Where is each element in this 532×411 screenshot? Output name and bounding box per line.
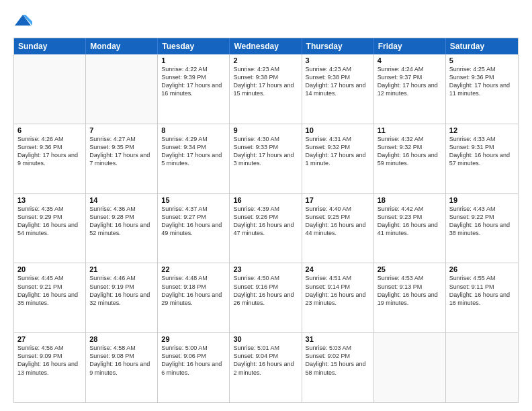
day-cell-1: 1Sunrise: 4:22 AM Sunset: 9:39 PM Daylig… (158, 54, 230, 124)
day-info: Sunrise: 4:43 AM Sunset: 9:22 PM Dayligh… (449, 205, 515, 238)
calendar-week-1: 1Sunrise: 4:22 AM Sunset: 9:39 PM Daylig… (14, 54, 518, 124)
day-cell-9: 9Sunrise: 4:30 AM Sunset: 9:33 PM Daylig… (230, 124, 302, 193)
day-number: 28 (89, 335, 154, 343)
day-number: 1 (161, 56, 226, 64)
day-number: 12 (449, 126, 515, 134)
day-info: Sunrise: 4:58 AM Sunset: 9:08 PM Dayligh… (89, 344, 154, 377)
day-number: 20 (17, 265, 82, 273)
day-cell-31: 31Sunrise: 5:03 AM Sunset: 9:02 PM Dayli… (302, 333, 374, 402)
day-info: Sunrise: 4:53 AM Sunset: 9:13 PM Dayligh… (378, 274, 442, 307)
day-number: 31 (306, 335, 370, 343)
day-number: 16 (233, 196, 298, 204)
day-number: 29 (161, 335, 226, 343)
day-cell-27: 27Sunrise: 4:56 AM Sunset: 9:09 PM Dayli… (14, 333, 86, 402)
empty-cell (446, 333, 518, 402)
day-number: 7 (89, 126, 154, 134)
day-cell-22: 22Sunrise: 4:48 AM Sunset: 9:18 PM Dayli… (158, 263, 230, 332)
header-day-thursday: Thursday (302, 38, 374, 54)
day-number: 25 (378, 265, 442, 273)
day-cell-28: 28Sunrise: 4:58 AM Sunset: 9:08 PM Dayli… (86, 333, 158, 402)
day-number: 23 (233, 265, 298, 273)
day-number: 13 (17, 196, 82, 204)
day-info: Sunrise: 4:26 AM Sunset: 9:36 PM Dayligh… (17, 135, 82, 168)
day-info: Sunrise: 4:27 AM Sunset: 9:35 PM Dayligh… (89, 135, 154, 168)
day-cell-16: 16Sunrise: 4:39 AM Sunset: 9:26 PM Dayli… (230, 194, 302, 263)
day-cell-3: 3Sunrise: 4:23 AM Sunset: 9:38 PM Daylig… (302, 54, 374, 124)
day-cell-20: 20Sunrise: 4:45 AM Sunset: 9:21 PM Dayli… (14, 263, 86, 332)
day-cell-17: 17Sunrise: 4:40 AM Sunset: 9:25 PM Dayli… (302, 194, 374, 263)
day-info: Sunrise: 4:29 AM Sunset: 9:34 PM Dayligh… (161, 135, 226, 168)
day-cell-11: 11Sunrise: 4:32 AM Sunset: 9:32 PM Dayli… (374, 124, 446, 193)
day-info: Sunrise: 4:32 AM Sunset: 9:32 PM Dayligh… (378, 135, 442, 168)
day-number: 5 (449, 56, 515, 64)
header-day-wednesday: Wednesday (230, 38, 302, 54)
day-number: 15 (161, 196, 226, 204)
day-cell-8: 8Sunrise: 4:29 AM Sunset: 9:34 PM Daylig… (158, 124, 230, 193)
calendar: SundayMondayTuesdayWednesdayThursdayFrid… (13, 38, 519, 403)
day-info: Sunrise: 4:50 AM Sunset: 9:16 PM Dayligh… (233, 274, 298, 307)
empty-cell (86, 54, 158, 124)
day-cell-13: 13Sunrise: 4:35 AM Sunset: 9:29 PM Dayli… (14, 194, 86, 263)
day-number: 6 (17, 126, 82, 134)
day-info: Sunrise: 5:03 AM Sunset: 9:02 PM Dayligh… (306, 344, 370, 377)
day-number: 10 (306, 126, 370, 134)
day-number: 18 (378, 196, 442, 204)
day-cell-21: 21Sunrise: 4:46 AM Sunset: 9:19 PM Dayli… (86, 263, 158, 332)
header-day-sunday: Sunday (14, 38, 86, 54)
day-cell-15: 15Sunrise: 4:37 AM Sunset: 9:27 PM Dayli… (158, 194, 230, 263)
header-day-friday: Friday (374, 38, 446, 54)
day-info: Sunrise: 4:35 AM Sunset: 9:29 PM Dayligh… (17, 205, 82, 238)
day-info: Sunrise: 4:42 AM Sunset: 9:23 PM Dayligh… (378, 205, 442, 238)
day-number: 24 (306, 265, 370, 273)
calendar-week-5: 27Sunrise: 4:56 AM Sunset: 9:09 PM Dayli… (14, 332, 518, 402)
day-cell-10: 10Sunrise: 4:31 AM Sunset: 9:32 PM Dayli… (302, 124, 374, 193)
day-cell-12: 12Sunrise: 4:33 AM Sunset: 9:31 PM Dayli… (446, 124, 518, 193)
day-info: Sunrise: 5:01 AM Sunset: 9:04 PM Dayligh… (233, 344, 298, 377)
empty-cell (374, 333, 446, 402)
day-info: Sunrise: 4:33 AM Sunset: 9:31 PM Dayligh… (449, 135, 515, 168)
day-info: Sunrise: 4:48 AM Sunset: 9:18 PM Dayligh… (161, 274, 226, 307)
logo-icon (13, 12, 32, 31)
day-number: 14 (89, 196, 154, 204)
day-cell-23: 23Sunrise: 4:50 AM Sunset: 9:16 PM Dayli… (230, 263, 302, 332)
day-info: Sunrise: 4:39 AM Sunset: 9:26 PM Dayligh… (233, 205, 298, 238)
calendar-week-2: 6Sunrise: 4:26 AM Sunset: 9:36 PM Daylig… (14, 124, 518, 193)
header-day-tuesday: Tuesday (158, 38, 230, 54)
calendar-body: 1Sunrise: 4:22 AM Sunset: 9:39 PM Daylig… (14, 54, 518, 402)
day-number: 30 (233, 335, 298, 343)
day-number: 8 (161, 126, 226, 134)
day-info: Sunrise: 4:24 AM Sunset: 9:37 PM Dayligh… (378, 65, 442, 98)
day-number: 21 (89, 265, 154, 273)
day-info: Sunrise: 4:23 AM Sunset: 9:38 PM Dayligh… (306, 65, 370, 98)
day-info: Sunrise: 4:22 AM Sunset: 9:39 PM Dayligh… (161, 65, 226, 98)
day-info: Sunrise: 4:56 AM Sunset: 9:09 PM Dayligh… (17, 344, 82, 377)
day-number: 26 (449, 265, 515, 273)
day-number: 2 (233, 56, 298, 64)
calendar-header-row: SundayMondayTuesdayWednesdayThursdayFrid… (14, 38, 518, 54)
day-cell-19: 19Sunrise: 4:43 AM Sunset: 9:22 PM Dayli… (446, 194, 518, 263)
day-info: Sunrise: 4:51 AM Sunset: 9:14 PM Dayligh… (306, 274, 370, 307)
day-info: Sunrise: 4:23 AM Sunset: 9:38 PM Dayligh… (233, 65, 298, 98)
header-day-saturday: Saturday (446, 38, 518, 54)
day-cell-30: 30Sunrise: 5:01 AM Sunset: 9:04 PM Dayli… (230, 333, 302, 402)
day-cell-24: 24Sunrise: 4:51 AM Sunset: 9:14 PM Dayli… (302, 263, 374, 332)
day-info: Sunrise: 4:36 AM Sunset: 9:28 PM Dayligh… (89, 205, 154, 238)
day-number: 27 (17, 335, 82, 343)
day-number: 9 (233, 126, 298, 134)
empty-cell (14, 54, 86, 124)
day-info: Sunrise: 4:40 AM Sunset: 9:25 PM Dayligh… (306, 205, 370, 238)
day-info: Sunrise: 4:31 AM Sunset: 9:32 PM Dayligh… (306, 135, 370, 168)
day-number: 11 (378, 126, 442, 134)
header-day-monday: Monday (86, 38, 158, 54)
day-cell-26: 26Sunrise: 4:55 AM Sunset: 9:11 PM Dayli… (446, 263, 518, 332)
day-number: 22 (161, 265, 226, 273)
day-info: Sunrise: 4:55 AM Sunset: 9:11 PM Dayligh… (449, 274, 515, 307)
day-number: 3 (306, 56, 370, 64)
day-info: Sunrise: 4:30 AM Sunset: 9:33 PM Dayligh… (233, 135, 298, 168)
logo (13, 12, 35, 31)
day-info: Sunrise: 4:25 AM Sunset: 9:36 PM Dayligh… (449, 65, 515, 98)
day-number: 19 (449, 196, 515, 204)
day-info: Sunrise: 5:00 AM Sunset: 9:06 PM Dayligh… (161, 344, 226, 377)
calendar-week-4: 20Sunrise: 4:45 AM Sunset: 9:21 PM Dayli… (14, 263, 518, 332)
day-number: 17 (306, 196, 370, 204)
